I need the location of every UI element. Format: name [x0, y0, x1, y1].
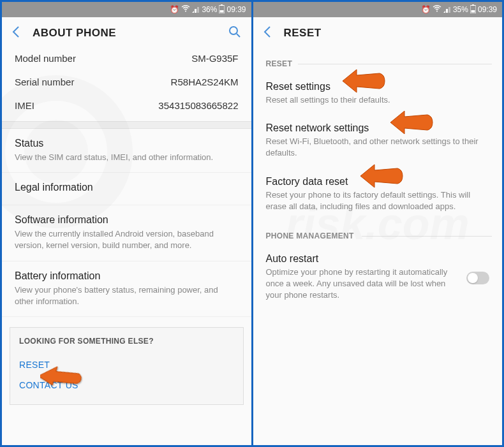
setting-title: Battery information: [15, 270, 239, 282]
auto-restart[interactable]: Auto restart Optimize your phone by rest…: [253, 245, 503, 311]
signal-icon: [192, 5, 200, 15]
footer-link-contact[interactable]: CONTACT US: [19, 375, 234, 395]
section-header-reset: RESET: [253, 49, 503, 73]
wifi-icon: [433, 5, 441, 15]
setting-battery[interactable]: Battery information View your phone's ba…: [2, 261, 251, 317]
page-title: RESET: [284, 27, 493, 40]
panel-about-phone: ⏰ 36% 09:39 ABOUT PHONE Model number SM-…: [2, 2, 251, 445]
info-row: IMEI 354315083665822: [2, 94, 251, 117]
reset-desc: Optimize your phone by restarting it aut…: [266, 267, 458, 302]
setting-legal[interactable]: Legal information: [2, 173, 251, 205]
footer-link-reset[interactable]: RESET: [19, 355, 234, 375]
alarm-icon: ⏰: [421, 5, 431, 14]
battery-icon: [219, 4, 225, 15]
reset-desc: Reset all settings to their defaults.: [266, 94, 490, 106]
info-label: Model number: [15, 53, 76, 64]
back-icon[interactable]: [263, 26, 271, 41]
svg-point-8: [436, 10, 438, 11]
setting-desc: View the currently installed Android ver…: [15, 228, 239, 251]
info-row: Model number SM-G935F: [2, 47, 251, 70]
content: RESET Reset settings Reset all settings …: [253, 49, 503, 311]
setting-title: Status: [15, 138, 239, 149]
wifi-icon: [181, 5, 190, 15]
content: Model number SM-G935F Serial number R58H…: [2, 47, 251, 405]
info-value: R58HA2S24KM: [171, 77, 239, 87]
footer-box: LOOKING FOR SOMETHING ELSE? RESET CONTAC…: [10, 327, 244, 405]
reset-network-settings[interactable]: Reset network settings Reset Wi-Fi, Blue…: [253, 115, 503, 168]
factory-data-reset[interactable]: Factory data reset Reset your phone to i…: [253, 168, 503, 221]
clock-time: 09:39: [226, 5, 246, 14]
info-label: IMEI: [15, 100, 34, 111]
reset-title: Reset settings: [266, 81, 490, 92]
info-row: Serial number R58HA2S24KM: [2, 70, 251, 94]
reset-title: Reset network settings: [266, 122, 490, 134]
battery-icon: [470, 4, 476, 15]
setting-software[interactable]: Software information View the currently …: [2, 205, 251, 261]
footer-heading: LOOKING FOR SOMETHING ELSE?: [19, 337, 234, 346]
setting-status[interactable]: Status View the SIM card status, IMEI, a…: [2, 129, 251, 173]
reset-title: Factory data reset: [266, 176, 490, 187]
battery-percent: 36%: [202, 5, 217, 14]
setting-title: Legal information: [15, 182, 239, 193]
svg-rect-5: [220, 10, 224, 13]
alarm-icon: ⏰: [170, 5, 179, 14]
panel-reset: risk.com ⏰ 35% 09:39 RESET RESET Reset s…: [253, 2, 503, 445]
svg-rect-4: [221, 4, 223, 6]
battery-percent: 35%: [453, 5, 468, 14]
info-value: 354315083665822: [158, 100, 238, 111]
clock-time: 09:39: [478, 5, 497, 14]
page-title: ABOUT PHONE: [33, 27, 228, 40]
setting-desc: View the SIM card status, IMEI, and othe…: [15, 152, 239, 163]
reset-desc: Reset Wi-Fi, Bluetooth, and other networ…: [266, 136, 490, 159]
reset-title: Auto restart: [266, 253, 458, 265]
svg-line-7: [237, 34, 240, 37]
reset-settings[interactable]: Reset settings Reset all settings to the…: [253, 73, 503, 115]
status-bar: ⏰ 35% 09:39: [253, 2, 503, 17]
reset-desc: Reset your phone to its factory default …: [266, 189, 490, 212]
auto-restart-toggle[interactable]: [466, 272, 489, 284]
svg-rect-10: [472, 4, 474, 6]
section-header-phone-mgmt: PHONE MANAGEMENT: [253, 221, 503, 245]
svg-point-6: [230, 27, 237, 34]
header: ABOUT PHONE: [2, 17, 251, 49]
svg-point-2: [185, 10, 186, 11]
status-bar: ⏰ 36% 09:39: [2, 2, 251, 17]
back-icon[interactable]: [12, 26, 20, 41]
svg-rect-11: [471, 10, 475, 13]
header: RESET: [253, 17, 503, 49]
signal-icon: [443, 5, 451, 15]
divider: [2, 121, 251, 129]
setting-title: Software information: [15, 214, 239, 226]
info-label: Serial number: [15, 77, 74, 87]
setting-desc: View your phone's battery status, remain…: [15, 284, 239, 307]
search-icon[interactable]: [228, 26, 241, 41]
info-value: SM-G935F: [191, 53, 238, 64]
